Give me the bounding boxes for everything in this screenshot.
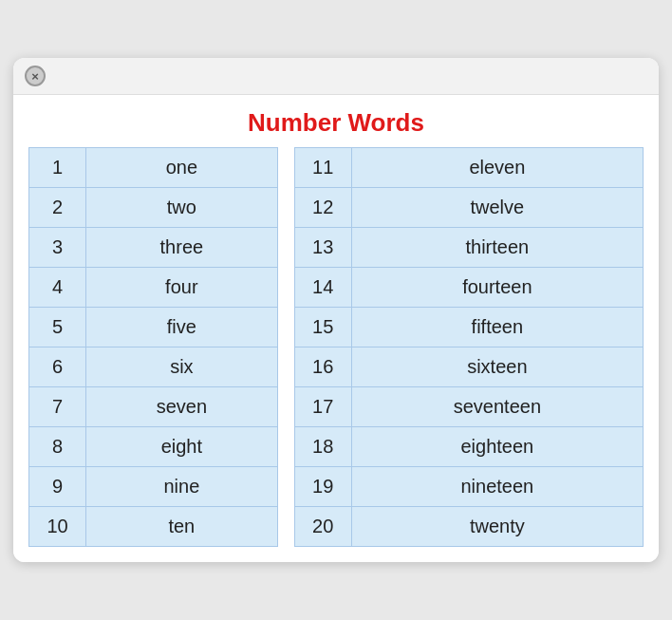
spacer-col — [277, 427, 294, 467]
word-left: one — [86, 148, 278, 188]
number-right: 11 — [294, 148, 351, 188]
table-row: 8eight18eighteen — [29, 427, 644, 467]
word-left: two — [86, 188, 278, 228]
window-bar: × — [13, 58, 659, 95]
table-wrapper: 1one11eleven2two12twelve3three13thirteen… — [13, 147, 659, 562]
word-left: eight — [86, 427, 278, 467]
table-row: 9nine19nineteen — [29, 467, 644, 507]
number-right: 12 — [294, 188, 351, 228]
word-left: five — [86, 308, 278, 348]
word-left: ten — [86, 507, 278, 547]
word-right: eighteen — [351, 427, 643, 467]
word-right: twelve — [351, 188, 643, 228]
word-left: nine — [86, 467, 278, 507]
number-right: 20 — [294, 507, 351, 547]
spacer-col — [277, 228, 294, 268]
table-row: 6six16sixteen — [29, 348, 644, 387]
number-words-table: 1one11eleven2two12twelve3three13thirteen… — [28, 147, 644, 547]
table-row: 2two12twelve — [29, 188, 644, 228]
close-button[interactable]: × — [25, 66, 46, 86]
word-right: sixteen — [351, 348, 643, 387]
table-row: 3three13thirteen — [29, 228, 644, 268]
number-left: 9 — [29, 467, 86, 507]
number-right: 17 — [294, 387, 351, 427]
number-left: 3 — [29, 228, 86, 268]
number-right: 19 — [294, 467, 351, 507]
word-right: thirteen — [351, 228, 643, 268]
spacer-col — [277, 467, 294, 507]
number-left: 4 — [29, 268, 86, 308]
spacer-col — [277, 507, 294, 547]
spacer-col — [277, 148, 294, 188]
number-right: 15 — [294, 308, 351, 348]
main-window: × Number Words 1one11eleven2two12twelve3… — [13, 58, 659, 562]
number-left: 1 — [29, 148, 86, 188]
number-left: 5 — [29, 308, 86, 348]
word-right: nineteen — [351, 467, 643, 507]
number-right: 16 — [294, 348, 351, 387]
word-right: twenty — [351, 507, 643, 547]
table-row: 1one11eleven — [29, 148, 644, 188]
word-right: fourteen — [351, 268, 643, 308]
word-right: seventeen — [351, 387, 643, 427]
spacer-col — [277, 348, 294, 387]
table-row: 10ten20twenty — [29, 507, 644, 547]
table-row: 5five15fifteen — [29, 308, 644, 348]
word-left: seven — [86, 387, 278, 427]
word-left: six — [86, 348, 278, 387]
number-left: 8 — [29, 427, 86, 467]
spacer-col — [277, 308, 294, 348]
word-left: three — [86, 228, 278, 268]
word-right: eleven — [351, 148, 643, 188]
number-right: 18 — [294, 427, 351, 467]
page-title: Number Words — [13, 95, 659, 147]
table-row: 4four14fourteen — [29, 268, 644, 308]
spacer-col — [277, 387, 294, 427]
number-right: 13 — [294, 228, 351, 268]
number-left: 10 — [29, 507, 86, 547]
spacer-col — [277, 188, 294, 228]
word-right: fifteen — [351, 308, 643, 348]
word-left: four — [86, 268, 278, 308]
spacer-col — [277, 268, 294, 308]
number-left: 2 — [29, 188, 86, 228]
number-left: 6 — [29, 348, 86, 387]
table-row: 7seven17seventeen — [29, 387, 644, 427]
number-left: 7 — [29, 387, 86, 427]
number-right: 14 — [294, 268, 351, 308]
